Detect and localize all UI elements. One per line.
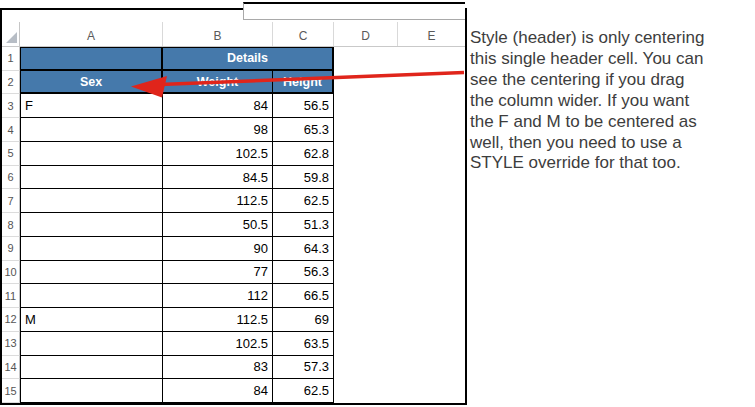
height-cell[interactable]: 57.3 — [273, 356, 334, 380]
annotation-line: well, then you need to use a — [470, 133, 755, 154]
cell-height-header[interactable]: Height — [273, 71, 334, 95]
cell-empty-right[interactable] — [334, 379, 465, 403]
cell-empty-right[interactable] — [334, 213, 465, 237]
row-header[interactable]: 9 — [2, 237, 20, 261]
weight-cell[interactable]: 102.5 — [163, 142, 273, 166]
weight-cell[interactable]: 84.5 — [163, 166, 273, 190]
sheet-row: 10 77 56.3 — [2, 261, 465, 285]
weight-cell[interactable]: 112.5 — [163, 189, 273, 213]
cell-empty-right[interactable] — [334, 237, 465, 261]
sex-cell[interactable] — [20, 379, 163, 403]
cell-empty-right[interactable] — [334, 284, 465, 308]
row-header[interactable]: 8 — [2, 213, 20, 237]
cell-sex-header[interactable]: Sex — [20, 71, 163, 95]
sex-cell[interactable]: M — [20, 308, 163, 332]
column-header-a[interactable]: A — [20, 22, 163, 46]
sheet-row: 14 83 57.3 — [2, 356, 465, 380]
cell-empty-right[interactable] — [334, 166, 465, 190]
annotation-line: the F and M to be centered as — [470, 112, 755, 133]
height-cell[interactable]: 69 — [273, 308, 334, 332]
sex-cell[interactable] — [20, 237, 163, 261]
cell-weight-header[interactable]: Weight — [163, 71, 273, 95]
height-cell[interactable]: 62.5 — [273, 379, 334, 403]
sex-cell[interactable] — [20, 356, 163, 380]
cell-empty-right[interactable] — [334, 71, 465, 95]
row-header[interactable]: 6 — [2, 166, 20, 190]
row-header[interactable]: 7 — [2, 189, 20, 213]
height-cell[interactable]: 64.3 — [273, 237, 334, 261]
cell-empty-right[interactable] — [334, 47, 465, 71]
name-box[interactable] — [243, 2, 465, 20]
weight-cell[interactable]: 90 — [163, 237, 273, 261]
row-header-1[interactable]: 1 — [2, 47, 20, 71]
height-cell[interactable]: 56.3 — [273, 261, 334, 285]
sex-cell[interactable] — [20, 261, 163, 285]
sheet-row: 3 F 84 56.5 — [2, 94, 465, 118]
weight-cell[interactable]: 83 — [163, 356, 273, 380]
sheet-row: 12 M 112.5 69 — [2, 308, 465, 332]
height-cell[interactable]: 62.8 — [273, 142, 334, 166]
annotation-line: see the centering if you drag — [470, 70, 755, 91]
column-header-row: A B C D E — [2, 22, 465, 47]
sheet-area: A B C D E 1 Details 2 Sex We — [2, 10, 465, 403]
cell-empty-right[interactable] — [334, 261, 465, 285]
weight-cell[interactable]: 84 — [163, 94, 273, 118]
height-cell[interactable]: 59.8 — [273, 166, 334, 190]
cell-empty-right[interactable] — [334, 356, 465, 380]
row-header[interactable]: 11 — [2, 284, 20, 308]
cell-a1[interactable] — [20, 47, 163, 71]
sheet-row-2: 2 Sex Weight Height — [2, 71, 465, 95]
height-cell[interactable]: 66.5 — [273, 284, 334, 308]
row-header[interactable]: 10 — [2, 261, 20, 285]
weight-cell[interactable]: 77 — [163, 261, 273, 285]
sex-cell[interactable] — [20, 118, 163, 142]
weight-cell[interactable]: 112.5 — [163, 308, 273, 332]
height-cell[interactable]: 63.5 — [273, 332, 334, 356]
row-header[interactable]: 5 — [2, 142, 20, 166]
row-header[interactable]: 4 — [2, 118, 20, 142]
row-header-2[interactable]: 2 — [2, 71, 20, 95]
row-header[interactable]: 13 — [2, 332, 20, 356]
sex-cell[interactable]: F — [20, 94, 163, 118]
sheet-row: 5 102.5 62.8 — [2, 142, 465, 166]
row-header[interactable]: 14 — [2, 356, 20, 380]
cell-empty-right[interactable] — [334, 94, 465, 118]
row-header[interactable]: 15 — [2, 379, 20, 403]
column-header-e[interactable]: E — [398, 22, 465, 46]
height-cell[interactable]: 51.3 — [273, 213, 334, 237]
weight-cell[interactable]: 102.5 — [163, 332, 273, 356]
annotation-text: Style (header) is only centering this si… — [470, 28, 755, 174]
sheet-row: 6 84.5 59.8 — [2, 166, 465, 190]
sheet-row: 7 112.5 62.5 — [2, 189, 465, 213]
sex-cell[interactable] — [20, 284, 163, 308]
weight-cell[interactable]: 98 — [163, 118, 273, 142]
sex-cell[interactable] — [20, 166, 163, 190]
annotation-line: STYLE override for that too. — [470, 153, 755, 174]
row-header[interactable]: 12 — [2, 308, 20, 332]
weight-cell[interactable]: 112 — [163, 284, 273, 308]
cell-empty-right[interactable] — [334, 142, 465, 166]
sex-cell[interactable] — [20, 142, 163, 166]
height-cell[interactable]: 62.5 — [273, 189, 334, 213]
cell-empty-right[interactable] — [334, 308, 465, 332]
column-header-d[interactable]: D — [334, 22, 398, 46]
cell-empty-right[interactable] — [334, 118, 465, 142]
sex-cell[interactable] — [20, 189, 163, 213]
cell-details-merged[interactable]: Details — [163, 47, 334, 71]
cell-empty-right[interactable] — [334, 189, 465, 213]
height-cell[interactable]: 56.5 — [273, 94, 334, 118]
select-all-corner[interactable] — [2, 22, 20, 46]
row-header[interactable]: 3 — [2, 94, 20, 118]
annotation-line: Style (header) is only centering — [470, 28, 755, 49]
weight-cell[interactable]: 84 — [163, 379, 273, 403]
sheet-row: 15 84 62.5 — [2, 379, 465, 403]
sheet-frame: A B C D E 1 Details 2 Sex We — [0, 8, 467, 405]
cell-empty-right[interactable] — [334, 332, 465, 356]
column-header-c[interactable]: C — [273, 22, 334, 46]
sex-cell[interactable] — [20, 213, 163, 237]
select-all-triangle-icon — [6, 32, 17, 43]
sex-cell[interactable] — [20, 332, 163, 356]
height-cell[interactable]: 65.3 — [273, 118, 334, 142]
column-header-b[interactable]: B — [163, 22, 273, 46]
weight-cell[interactable]: 50.5 — [163, 213, 273, 237]
